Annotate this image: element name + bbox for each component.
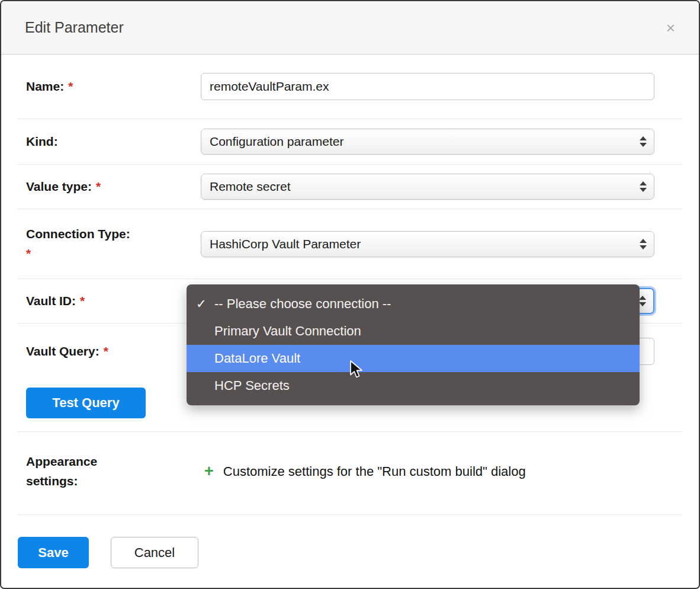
dropdown-item-please-choose[interactable]: ✓ -- Please choose connection -- bbox=[187, 290, 640, 318]
test-query-button[interactable]: Test Query bbox=[26, 388, 146, 418]
dropdown-item-primary-vault-connection[interactable]: Primary Vault Connection bbox=[187, 318, 640, 345]
dropdown-item-datalore-vault[interactable]: DataLore Vault bbox=[187, 345, 640, 372]
select-arrows-icon bbox=[639, 296, 646, 306]
select-arrows-icon bbox=[640, 181, 647, 192]
connection-type-label: Connection Type:* bbox=[18, 225, 201, 263]
dialog-header: Edit Parameter × bbox=[1, 1, 699, 55]
kind-select[interactable]: Configuration parameter bbox=[201, 129, 654, 155]
row-value-type: Value type:* Remote secret bbox=[18, 165, 682, 209]
kind-label: Kind: bbox=[18, 132, 201, 152]
row-appearance-settings: Appearance settings: + Customize setting… bbox=[18, 432, 682, 515]
row-connection-type: Connection Type:* HashiCorp Vault Parame… bbox=[18, 209, 682, 279]
select-arrows-icon bbox=[640, 239, 647, 249]
vault-query-label: Vault Query:* bbox=[18, 342, 201, 361]
connection-dropdown-popup: ✓ -- Please choose connection -- Primary… bbox=[187, 284, 640, 405]
required-asterisk: * bbox=[104, 344, 108, 358]
connection-type-select-value: HashiCorp Vault Parameter bbox=[210, 237, 361, 251]
value-type-select[interactable]: Remote secret bbox=[201, 174, 654, 200]
checkmark-icon: ✓ bbox=[196, 297, 207, 311]
dropdown-item-hcp-secrets[interactable]: HCP Secrets bbox=[187, 372, 640, 399]
required-asterisk: * bbox=[80, 294, 85, 308]
close-icon[interactable]: × bbox=[666, 20, 675, 36]
required-asterisk: * bbox=[68, 79, 73, 93]
save-button[interactable]: Save bbox=[18, 537, 89, 568]
required-asterisk: * bbox=[26, 244, 145, 264]
appearance-settings-label: Appearance settings: bbox=[18, 452, 201, 491]
customize-settings-link[interactable]: + Customize settings for the "Run custom… bbox=[201, 463, 654, 479]
value-type-select-value: Remote secret bbox=[210, 180, 291, 194]
cancel-button[interactable]: Cancel bbox=[111, 537, 198, 568]
customize-settings-link-text: Customize settings for the "Run custom b… bbox=[223, 464, 526, 479]
row-kind: Kind: Configuration parameter bbox=[18, 119, 682, 165]
dialog-title: Edit Parameter bbox=[25, 19, 124, 36]
connection-type-select[interactable]: HashiCorp Vault Parameter bbox=[201, 231, 654, 257]
required-asterisk: * bbox=[96, 180, 101, 193]
name-label: Name:* bbox=[18, 77, 201, 97]
kind-select-value: Configuration parameter bbox=[210, 135, 343, 149]
row-name: Name:* bbox=[18, 55, 682, 119]
dialog-footer: Save Cancel bbox=[18, 515, 682, 589]
name-input[interactable] bbox=[201, 73, 654, 100]
plus-icon[interactable]: + bbox=[201, 463, 214, 479]
value-type-label: Value type:* bbox=[18, 177, 201, 197]
select-arrows-icon bbox=[640, 136, 647, 147]
vault-id-label: Vault ID:* bbox=[18, 292, 201, 311]
